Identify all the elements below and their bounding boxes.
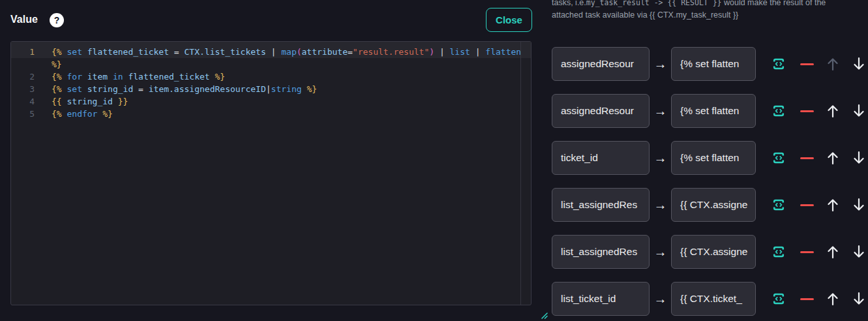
move-down-button[interactable] [852, 197, 866, 213]
code-text: {% set flattened_ticket = CTX.list_ticke… [52, 46, 521, 58]
arrow-right-icon: → [650, 104, 671, 119]
embed-expression-button[interactable] [771, 151, 786, 165]
key-input[interactable]: assignedResour [552, 47, 650, 81]
code-text: {% endfor %} [52, 108, 113, 120]
remove-icon [800, 63, 814, 65]
description-line: tasks, i.e.my_task_result -> {{ RESULT }… [552, 0, 863, 9]
page-title: Value [10, 14, 38, 25]
description-text: tasks, i.e. [552, 0, 586, 7]
value-input[interactable]: {{ CTX.assigne [671, 188, 756, 222]
move-down-button[interactable] [852, 291, 866, 307]
embed-expression-icon [771, 151, 786, 165]
mapping-row: list_assignedRes → {{ CTX.assigne [552, 188, 868, 222]
embed-expression-button[interactable] [771, 104, 786, 118]
description: tasks, i.e.my_task_result -> {{ RESULT }… [552, 0, 863, 22]
mapping-row: list_assignedRes → {{ CTX.assigne [552, 235, 868, 269]
mapping-row: assignedResour → {% set flatten [552, 94, 868, 128]
arrow-down-icon [852, 291, 866, 307]
remove-row-button[interactable] [800, 104, 814, 118]
app-root: { "header": { "title": "Value", "help_ic… [0, 0, 868, 321]
key-input[interactable]: ticket_id [552, 141, 650, 175]
move-down-button[interactable] [852, 244, 866, 260]
move-up-button[interactable] [826, 244, 840, 260]
arrow-up-icon [826, 103, 840, 119]
arrow-down-icon [852, 244, 866, 260]
embed-expression-icon [771, 245, 786, 259]
description-text: my_task_result -> {{ RESULT }} [586, 0, 722, 7]
line-number: 1 [11, 46, 35, 58]
remove-icon [800, 157, 814, 159]
embed-expression-button[interactable] [771, 57, 786, 71]
code-text: {% set string_id = item.assignedResource… [52, 83, 317, 95]
key-input[interactable]: list_assignedRes [552, 188, 650, 222]
resize-handle-icon[interactable] [541, 312, 548, 320]
move-up-button[interactable] [826, 56, 840, 72]
arrow-up-icon [826, 56, 840, 72]
description-text: would make the result of the [722, 0, 826, 7]
value-input[interactable]: {% set flatten [671, 141, 756, 175]
arrow-right-icon: → [650, 198, 671, 213]
line-number: 5 [11, 108, 35, 120]
remove-row-button[interactable] [800, 198, 814, 212]
key-input[interactable]: list_assignedRes [552, 235, 650, 269]
move-up-button[interactable] [826, 197, 840, 213]
arrow-down-icon [852, 103, 866, 119]
line-number [11, 58, 35, 70]
embed-expression-button[interactable] [771, 198, 786, 212]
move-up-button[interactable] [826, 103, 840, 119]
editor-scrollbar-track [520, 42, 521, 305]
arrow-right-icon: → [650, 57, 671, 72]
description-text: attached task available via {{ CTX.my_ta… [552, 10, 738, 20]
embed-expression-icon [771, 198, 786, 212]
remove-row-button[interactable] [800, 151, 814, 165]
value-input[interactable]: {{ CTX.ticket_ [671, 282, 756, 316]
mapping-row: ticket_id → {% set flatten [552, 141, 868, 175]
mapping-row: list_ticket_id → {{ CTX.ticket_ [552, 282, 868, 316]
line-number: 2 [11, 70, 35, 83]
key-input[interactable]: list_ticket_id [552, 282, 650, 316]
arrow-right-icon: → [650, 292, 671, 307]
value-input[interactable]: {% set flatten [671, 47, 756, 81]
code-editor[interactable]: 1{% set flattened_ticket = CTX.list_tick… [10, 41, 531, 305]
embed-expression-icon [771, 104, 786, 118]
code-text: {{ string_id }} [52, 95, 128, 108]
code-line: 1{% set flattened_ticket = CTX.list_tick… [11, 46, 531, 58]
remove-icon [800, 298, 814, 300]
arrow-down-icon [852, 56, 866, 72]
remove-row-button[interactable] [800, 245, 814, 259]
value-input[interactable]: {% set flatten [671, 94, 756, 128]
move-up-button[interactable] [826, 150, 840, 166]
embed-expression-button[interactable] [771, 292, 786, 306]
arrow-up-icon [826, 244, 840, 260]
value-input[interactable]: {{ CTX.assigne [671, 235, 756, 269]
code-line: 2{% for item in flattened_ticket %} [11, 70, 531, 83]
remove-row-button[interactable] [800, 292, 814, 306]
move-down-button[interactable] [852, 150, 866, 166]
remove-icon [800, 204, 814, 206]
code-line: 3{% set string_id = item.assignedResourc… [11, 83, 531, 95]
embed-expression-icon [771, 57, 786, 71]
remove-row-button[interactable] [800, 57, 814, 71]
arrow-up-icon [826, 150, 840, 166]
code-text: %} [52, 58, 62, 70]
move-up-button[interactable] [826, 291, 840, 307]
arrow-up-icon [826, 197, 840, 213]
remove-icon [800, 110, 814, 112]
arrow-right-icon: → [650, 245, 671, 260]
arrow-down-icon [852, 197, 866, 213]
description-line: attached task available via {{ CTX.my_ta… [552, 9, 863, 22]
move-down-button[interactable] [852, 56, 866, 72]
code-line: %} [11, 58, 531, 70]
embed-expression-button[interactable] [771, 245, 786, 259]
line-number: 4 [11, 95, 35, 108]
code-lines: 1{% set flattened_ticket = CTX.list_tick… [11, 42, 531, 120]
close-button[interactable]: Close [486, 8, 532, 32]
arrow-down-icon [852, 150, 866, 166]
key-input[interactable]: assignedResour [552, 94, 650, 128]
help-icon[interactable]: ? [50, 13, 64, 27]
move-down-button[interactable] [852, 103, 866, 119]
embed-expression-icon [771, 292, 786, 306]
code-line: 5{% endfor %} [11, 108, 531, 120]
arrow-up-icon [826, 291, 840, 307]
mapping-rows: assignedResour → {% set flatten [552, 47, 868, 316]
